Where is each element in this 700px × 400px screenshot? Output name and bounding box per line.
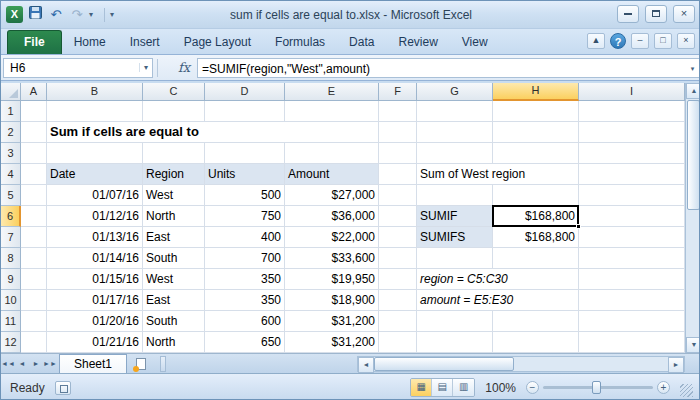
cell[interactable] — [579, 164, 685, 185]
cell-units[interactable]: 700 — [205, 248, 285, 269]
tab-formulas[interactable]: Formulas — [263, 31, 337, 54]
cell[interactable] — [379, 227, 417, 248]
tab-data[interactable]: Data — [337, 31, 386, 54]
cell-date[interactable]: 01/17/16 — [47, 290, 143, 311]
row-header-5[interactable]: 5 — [1, 185, 21, 206]
last-sheet-icon[interactable]: ►► — [43, 356, 57, 372]
cell[interactable] — [579, 248, 685, 269]
scroll-down-icon[interactable]: ▼ — [686, 337, 700, 353]
name-box[interactable]: H6 ▾ — [3, 58, 153, 78]
cell[interactable] — [21, 206, 47, 227]
cell[interactable] — [205, 143, 285, 164]
cell[interactable] — [379, 206, 417, 227]
cell[interactable] — [21, 290, 47, 311]
fill-handle[interactable] — [576, 224, 581, 229]
cell[interactable] — [493, 332, 579, 353]
normal-view-icon[interactable]: ▦ — [411, 379, 432, 396]
macro-record-icon[interactable] — [55, 381, 71, 395]
row-header-7[interactable]: 7 — [1, 227, 21, 248]
cell-region[interactable]: East — [143, 227, 205, 248]
cell-date[interactable]: 01/12/16 — [47, 206, 143, 227]
selected-cell-h6[interactable]: $168,800 — [493, 206, 579, 227]
scroll-right-icon[interactable]: ► — [668, 357, 684, 373]
cell[interactable] — [417, 185, 493, 206]
cell[interactable] — [379, 290, 417, 311]
cell[interactable] — [579, 101, 685, 122]
row-header-11[interactable]: 11 — [1, 311, 21, 332]
worksheet-heading[interactable]: Sum if cells are equal to — [47, 122, 379, 143]
cell[interactable] — [21, 122, 47, 143]
cell-region[interactable]: North — [143, 206, 205, 227]
workbook-close-icon[interactable]: × — [677, 33, 695, 49]
cell-date[interactable]: 01/14/16 — [47, 248, 143, 269]
cell[interactable] — [21, 311, 47, 332]
tab-file[interactable]: File — [7, 30, 62, 54]
table-header-units[interactable]: Units — [205, 164, 285, 185]
cell[interactable] — [21, 101, 47, 122]
row-header-1[interactable]: 1 — [1, 101, 21, 122]
cell[interactable] — [379, 164, 417, 185]
sheet-tab-sheet1[interactable]: Sheet1 — [59, 354, 127, 373]
cell-units[interactable]: 350 — [205, 269, 285, 290]
minimize-button[interactable] — [617, 5, 639, 23]
table-header-region[interactable]: Region — [143, 164, 205, 185]
cell[interactable] — [205, 101, 285, 122]
cell-units[interactable]: 600 — [205, 311, 285, 332]
row-header-2[interactable]: 2 — [1, 122, 21, 143]
cell-region[interactable]: South — [143, 311, 205, 332]
cell[interactable] — [493, 248, 579, 269]
redo-dropdown-icon[interactable]: ▾ — [89, 10, 99, 19]
cell-region[interactable]: South — [143, 248, 205, 269]
cell[interactable] — [379, 143, 417, 164]
tab-insert[interactable]: Insert — [118, 31, 172, 54]
horizontal-scrollbar[interactable]: ◄ ► — [357, 356, 685, 372]
cell[interactable] — [579, 227, 685, 248]
cell-units[interactable]: 750 — [205, 206, 285, 227]
row-header-10[interactable]: 10 — [1, 290, 21, 311]
cell[interactable] — [21, 185, 47, 206]
column-header-a[interactable]: A — [21, 83, 47, 101]
scroll-up-icon[interactable]: ▲ — [686, 83, 700, 99]
cell-units[interactable]: 350 — [205, 290, 285, 311]
vertical-scrollbar-thumb[interactable] — [687, 100, 700, 210]
cell[interactable] — [579, 311, 685, 332]
column-header-c[interactable]: C — [143, 83, 205, 101]
excel-app-icon[interactable]: X — [6, 6, 23, 23]
zoom-out-icon[interactable]: − — [526, 381, 539, 394]
cell-amount[interactable]: $18,900 — [285, 290, 379, 311]
formula-input[interactable]: =SUMIF(region,"West",amount) — [197, 58, 685, 78]
cell[interactable] — [21, 248, 47, 269]
sumif-label-cell[interactable]: SUMIF — [417, 206, 493, 227]
workbook-minimize-icon[interactable]: – — [631, 33, 649, 49]
first-sheet-icon[interactable]: ◄◄ — [1, 356, 15, 372]
cell[interactable] — [47, 101, 143, 122]
row-header-3[interactable]: 3 — [1, 143, 21, 164]
tab-home[interactable]: Home — [62, 31, 118, 54]
restore-button[interactable] — [645, 5, 667, 23]
cell[interactable] — [493, 122, 579, 143]
row-header-12[interactable]: 12 — [1, 332, 21, 353]
cell-units[interactable]: 500 — [205, 185, 285, 206]
column-header-i[interactable]: I — [579, 83, 685, 101]
note-amount-range[interactable]: amount = E5:E30 — [417, 290, 579, 311]
cell[interactable] — [379, 248, 417, 269]
cell[interactable] — [579, 185, 685, 206]
cell[interactable] — [417, 143, 493, 164]
summary-title[interactable]: Sum of West region — [417, 164, 579, 185]
cell[interactable] — [579, 290, 685, 311]
cell[interactable] — [143, 143, 205, 164]
cell-date[interactable]: 01/21/16 — [47, 332, 143, 353]
sumifs-value-cell[interactable]: $168,800 — [493, 227, 579, 248]
tab-page-layout[interactable]: Page Layout — [172, 31, 263, 54]
column-header-h[interactable]: H — [493, 83, 579, 101]
help-icon[interactable]: ? — [610, 33, 626, 49]
horizontal-scrollbar-track[interactable] — [514, 357, 668, 371]
cell[interactable] — [21, 164, 47, 185]
cell[interactable] — [417, 311, 493, 332]
cell-region[interactable]: North — [143, 332, 205, 353]
redo-icon[interactable]: ↷ — [68, 6, 86, 24]
formula-bar-expand-icon[interactable]: ▾ — [685, 58, 700, 78]
cell-region[interactable]: West — [143, 185, 205, 206]
sumifs-label-cell[interactable]: SUMIFS — [417, 227, 493, 248]
column-header-f[interactable]: F — [379, 83, 417, 101]
